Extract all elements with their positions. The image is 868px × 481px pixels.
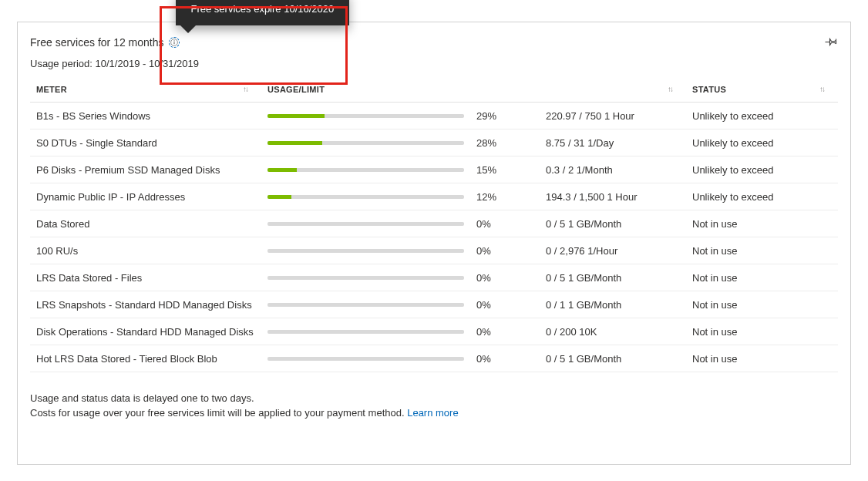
column-header-pct (470, 77, 540, 103)
footer-note: Usage and status data is delayed one to … (30, 392, 838, 421)
cell-limit: 0 / 5 1 GB/Month (540, 264, 686, 291)
cell-usage-bar (261, 345, 470, 372)
cell-limit: 220.97 / 750 1 Hour (540, 103, 686, 130)
progress-track (267, 114, 464, 118)
table-row: LRS Snapshots - Standard HDD Managed Dis… (30, 291, 838, 318)
progress-fill (267, 114, 325, 118)
cell-limit: 0 / 5 1 GB/Month (540, 210, 686, 237)
table-header-row: METER ↑↓ USAGE/LIMIT ↑↓ STATUS ↑↓ (30, 77, 838, 103)
free-services-card: Free services for 12 months Free service… (17, 22, 851, 465)
cell-percent: 29% (470, 103, 540, 130)
cell-status: Unlikely to exceed (686, 103, 838, 130)
table-row: 100 RU/s0%0 / 2,976 1/HourNot in use (30, 237, 838, 264)
cell-usage-bar (261, 210, 470, 237)
footer-line-1: Usage and status data is delayed one to … (30, 392, 838, 406)
cell-meter: LRS Snapshots - Standard HDD Managed Dis… (30, 291, 261, 318)
column-header-meter[interactable]: METER ↑↓ (30, 77, 261, 103)
cell-percent: 28% (470, 130, 540, 156)
cell-meter: P6 Disks - Premium SSD Managed Disks (30, 156, 261, 183)
cell-percent: 15% (470, 156, 540, 183)
pin-icon[interactable] (825, 35, 838, 50)
progress-track (267, 222, 464, 226)
svg-point-2 (173, 40, 174, 41)
cell-status: Not in use (686, 291, 838, 318)
table-row: B1s - BS Series Windows29%220.97 / 750 1… (30, 103, 838, 130)
cell-percent: 0% (470, 345, 540, 372)
cell-percent: 0% (470, 264, 540, 291)
column-header-limit[interactable]: ↑↓ (540, 77, 686, 103)
sort-icon: ↑↓ (819, 85, 824, 93)
cell-percent: 0% (470, 237, 540, 264)
cell-meter: 100 RU/s (30, 237, 261, 264)
progress-track (267, 141, 464, 145)
table-row: Hot LRS Data Stored - Tiered Block Blob0… (30, 345, 838, 372)
card-title-row: Free services for 12 months Free service… (30, 36, 838, 49)
cell-usage-bar (261, 264, 470, 291)
cell-limit: 0 / 1 1 GB/Month (540, 291, 686, 318)
cell-limit: 0 / 200 10K (540, 318, 686, 345)
cell-limit: 0.3 / 2 1/Month (540, 156, 686, 183)
progress-track (267, 168, 464, 172)
svg-rect-1 (173, 42, 174, 44)
progress-track (267, 330, 464, 334)
cell-meter: Hot LRS Data Stored - Tiered Block Blob (30, 345, 261, 372)
cell-status: Unlikely to exceed (686, 130, 838, 156)
cell-meter: Dynamic Public IP - IP Addresses (30, 183, 261, 210)
cell-usage-bar (261, 291, 470, 318)
table-row: Data Stored0%0 / 5 1 GB/MonthNot in use (30, 210, 838, 237)
cell-limit: 0 / 2,976 1/Hour (540, 237, 686, 264)
cell-status: Not in use (686, 345, 838, 372)
usage-period: Usage period: 10/1/2019 - 10/31/2019 (30, 58, 838, 69)
usage-table: METER ↑↓ USAGE/LIMIT ↑↓ STATUS ↑↓ (30, 77, 838, 372)
cell-status: Unlikely to exceed (686, 183, 838, 210)
cell-meter: Data Stored (30, 210, 261, 237)
cell-usage-bar (261, 156, 470, 183)
cell-meter: B1s - BS Series Windows (30, 103, 261, 130)
info-tooltip: Free services expire 10/16/2020 (176, 0, 350, 25)
cell-status: Not in use (686, 264, 838, 291)
cell-percent: 0% (470, 210, 540, 237)
learn-more-link[interactable]: Learn more (407, 407, 458, 419)
sort-icon: ↑↓ (243, 85, 247, 93)
cell-status: Not in use (686, 210, 838, 237)
cell-percent: 12% (470, 183, 540, 210)
cell-limit: 8.75 / 31 1/Day (540, 130, 686, 156)
table-row: S0 DTUs - Single Standard28%8.75 / 31 1/… (30, 130, 838, 156)
footer-line-2: Costs for usage over your free services … (30, 406, 838, 421)
cell-usage-bar (261, 183, 470, 210)
cell-limit: 194.3 / 1,500 1 Hour (540, 183, 686, 210)
cell-usage-bar (261, 237, 470, 264)
progress-track (267, 357, 464, 361)
progress-track (267, 249, 464, 253)
cell-status: Not in use (686, 318, 838, 345)
cell-percent: 0% (470, 318, 540, 345)
cell-usage-bar (261, 318, 470, 345)
cell-usage-bar (261, 130, 470, 156)
progress-track (267, 195, 464, 199)
table-row: Dynamic Public IP - IP Addresses12%194.3… (30, 183, 838, 210)
cell-percent: 0% (470, 291, 540, 318)
table-scroll-region[interactable]: METER ↑↓ USAGE/LIMIT ↑↓ STATUS ↑↓ (30, 77, 838, 385)
progress-fill (267, 168, 297, 172)
cell-meter: LRS Data Stored - Files (30, 264, 261, 291)
cell-usage-bar (261, 103, 470, 130)
cell-limit: 0 / 5 1 GB/Month (540, 345, 686, 372)
progress-fill (267, 195, 291, 199)
progress-track (267, 303, 464, 307)
sort-icon: ↑↓ (668, 85, 672, 93)
progress-track (267, 276, 464, 280)
cell-status: Unlikely to exceed (686, 156, 838, 183)
cell-status: Not in use (686, 237, 838, 264)
column-header-status[interactable]: STATUS ↑↓ (686, 77, 838, 103)
progress-fill (267, 141, 322, 145)
column-header-usage[interactable]: USAGE/LIMIT (261, 77, 470, 103)
cell-meter: Disk Operations - Standard HDD Managed D… (30, 318, 261, 345)
table-row: Disk Operations - Standard HDD Managed D… (30, 318, 838, 345)
info-icon[interactable]: Free services expire 10/16/2020 (169, 37, 180, 48)
table-row: LRS Data Stored - Files0%0 / 5 1 GB/Mont… (30, 264, 838, 291)
card-title: Free services for 12 months (30, 36, 164, 49)
table-row: P6 Disks - Premium SSD Managed Disks15%0… (30, 156, 838, 183)
cell-meter: S0 DTUs - Single Standard (30, 130, 261, 156)
